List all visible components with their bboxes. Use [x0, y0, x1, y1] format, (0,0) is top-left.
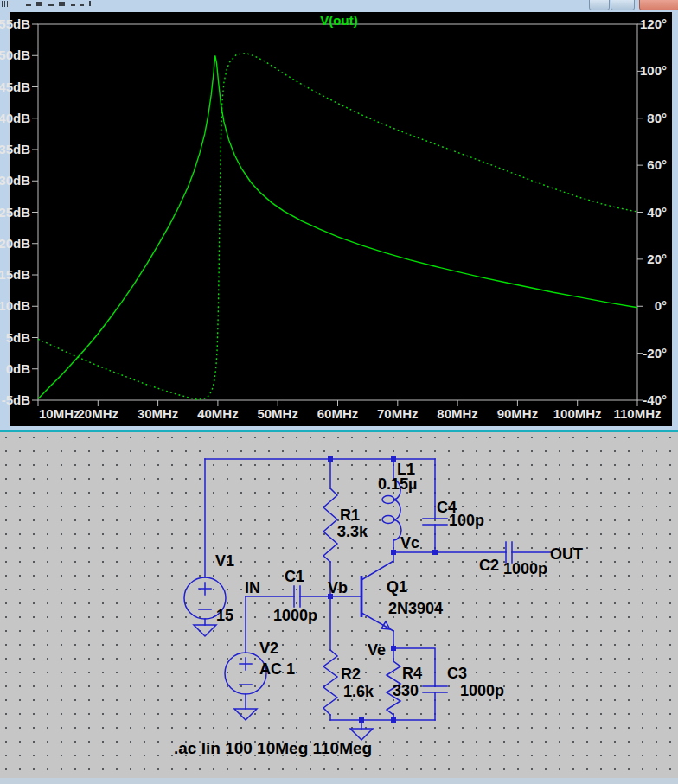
label-C4-value[interactable]: 100p — [449, 512, 484, 530]
x-tick-label: 110MHz — [613, 406, 661, 421]
plot-background — [10, 12, 672, 426]
x-tick-label: 70MHz — [377, 406, 419, 421]
capacitor-C1[interactable] — [294, 586, 300, 607]
net-label-vb[interactable]: Vb — [328, 579, 348, 597]
x-tick-label: 10MHz — [39, 406, 80, 421]
toolbar — [0, 0, 678, 11]
label-V2-ref[interactable]: V2 — [259, 640, 278, 658]
y-left-tick-label: 20dB — [0, 236, 30, 251]
close-button[interactable] — [639, 0, 678, 10]
resistor-R2[interactable] — [323, 650, 337, 715]
toolbar-icon[interactable] — [89, 1, 91, 6]
y-left-tick-label: 25dB — [0, 205, 30, 220]
toolbar-icon[interactable] — [36, 2, 42, 6]
net-label-out[interactable]: OUT — [550, 545, 583, 564]
x-tick-label: 80MHz — [437, 406, 478, 421]
x-tick-label: 100MHz — [553, 406, 602, 421]
ltspice-window: 55dB50dB45dB40dB35dB30dB25dB20dB15dB10dB… — [0, 0, 678, 784]
bode-plot: 55dB50dB45dB40dB35dB30dB25dB20dB15dB10dB… — [0, 11, 678, 430]
y-left-tick-label: -5dB — [2, 392, 31, 407]
y-left-tick-label: 35dB — [0, 142, 30, 156]
label-R1-ref[interactable]: R1 — [340, 507, 360, 525]
minimize-button[interactable] — [589, 0, 610, 10]
ground-symbol[interactable] — [194, 625, 216, 636]
toolbar-icon[interactable] — [26, 4, 31, 6]
x-tick-label: 60MHz — [317, 406, 359, 421]
y-left-tick-label: 40dB — [0, 111, 30, 125]
ground-symbol[interactable] — [234, 709, 257, 720]
net-label-ve[interactable]: Ve — [368, 641, 386, 660]
y-right-tick-label: 40° — [647, 205, 667, 220]
label-R2-value[interactable]: 1.6k — [343, 683, 374, 701]
label-R1-value[interactable]: 3.3k — [337, 523, 368, 541]
label-C2-ref[interactable]: C2 — [479, 557, 499, 575]
y-right-tick-label: -20° — [643, 346, 667, 360]
toolbar-icon[interactable] — [80, 4, 84, 6]
label-V1-ref[interactable]: V1 — [215, 552, 234, 570]
x-tick-label: 50MHz — [257, 406, 298, 421]
label-R4-value[interactable]: 330 — [393, 682, 419, 700]
label-C3-value[interactable]: 1000p — [460, 682, 504, 700]
label-V2-value[interactable]: AC 1 — [259, 660, 295, 679]
y-left-tick-label: 50dB — [0, 48, 30, 62]
net-label-in[interactable]: IN — [245, 579, 260, 597]
x-tick-label: 20MHz — [78, 406, 119, 421]
schematic-pane: IN Vb Vc Ve OUT V1 15 V2 AC 1 C1 1000p R… — [0, 432, 678, 778]
trace-title[interactable]: V(out) — [0, 13, 678, 28]
label-L1-value[interactable]: 0.15µ — [378, 475, 417, 494]
y-left-tick-label: 30dB — [0, 173, 30, 188]
x-tick-label: 40MHz — [197, 406, 239, 421]
y-right-tick-label: 100° — [640, 63, 667, 78]
y-right-tick-label: 60° — [647, 157, 667, 172]
toolbar-icon[interactable] — [48, 4, 54, 6]
label-C1-value[interactable]: 1000p — [273, 607, 317, 625]
label-R4-ref[interactable]: R4 — [402, 665, 422, 683]
y-left-tick-label: 0dB — [6, 361, 31, 376]
label-C1-ref[interactable]: C1 — [285, 568, 304, 586]
toolbar-icon[interactable] — [2, 1, 10, 7]
toolbar-icon[interactable] — [59, 2, 65, 6]
spice-directive[interactable]: .ac lin 100 10Meg 110Meg — [174, 739, 372, 758]
label-Q1-ref[interactable]: Q1 — [387, 578, 407, 596]
x-tick-label: 90MHz — [497, 406, 539, 421]
y-left-tick-label: 5dB — [6, 330, 31, 345]
label-C2-value[interactable]: 1000p — [503, 560, 547, 578]
label-Q1-value[interactable]: 2N3904 — [388, 600, 443, 618]
y-right-tick-label: 0° — [655, 298, 667, 313]
window-bottom-edge — [0, 778, 678, 784]
y-right-tick-label: 20° — [647, 252, 667, 266]
resistor-R1[interactable] — [323, 488, 337, 562]
capacitor-C4[interactable] — [423, 519, 447, 525]
waveform-pane: 55dB50dB45dB40dB35dB30dB25dB20dB15dB10dB… — [0, 11, 678, 430]
schematic-drawing — [0, 432, 678, 778]
y-right-tick-label: 80° — [647, 111, 667, 125]
label-V1-value[interactable]: 15 — [216, 607, 233, 625]
maximize-button[interactable] — [611, 0, 635, 10]
capacitor-C3[interactable] — [423, 686, 447, 692]
x-tick-label: 30MHz — [138, 406, 179, 421]
label-R2-ref[interactable]: R2 — [341, 666, 361, 684]
net-label-vc[interactable]: Vc — [400, 534, 419, 552]
label-C3-ref[interactable]: C3 — [447, 665, 467, 683]
y-right-tick-label: -40° — [643, 392, 667, 407]
y-left-tick-label: 10dB — [0, 298, 30, 313]
y-left-tick-label: 15dB — [0, 267, 30, 282]
emitter-arrow-icon — [381, 621, 390, 629]
y-left-tick-label: 45dB — [0, 80, 30, 94]
toolbar-icon[interactable] — [71, 4, 75, 6]
